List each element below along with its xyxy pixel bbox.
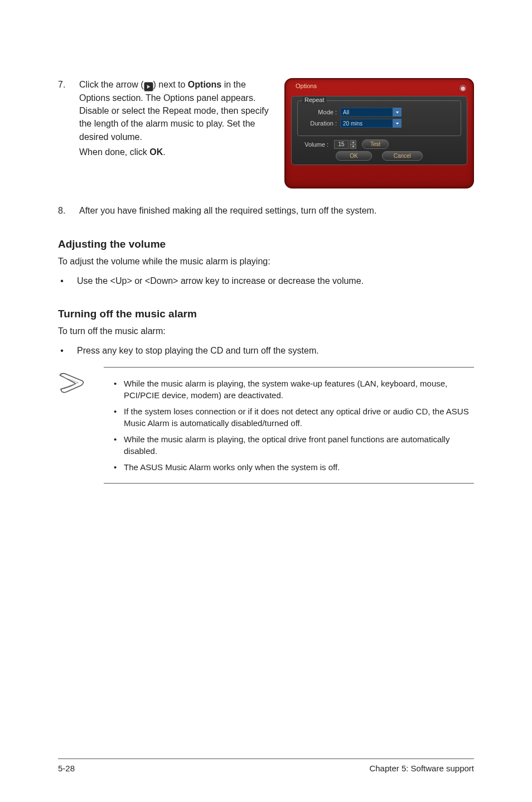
section-lead: To adjust the volume while the music ala… bbox=[58, 255, 474, 268]
bullet-icon: • bbox=[104, 378, 114, 401]
panel-title: Options bbox=[296, 83, 317, 89]
step-number: 7. bbox=[58, 78, 69, 189]
volume-value: 15 bbox=[334, 140, 349, 149]
section-heading: Turning off the music alarm bbox=[58, 308, 474, 320]
bullet-icon: • bbox=[58, 344, 66, 357]
note-text: While the music alarm is playing, the op… bbox=[124, 433, 474, 457]
step-number: 8. bbox=[58, 204, 69, 217]
section-lead: To turn off the music alarm: bbox=[58, 325, 474, 337]
chevron-down-icon[interactable] bbox=[393, 119, 402, 128]
spin-down-icon[interactable] bbox=[350, 144, 356, 149]
mode-value: All bbox=[343, 109, 349, 115]
ok-bold: OK bbox=[149, 147, 163, 157]
bullet-icon: • bbox=[104, 461, 114, 473]
text: . bbox=[163, 147, 165, 157]
expand-arrow-icon bbox=[144, 82, 153, 91]
mode-label: Mode : bbox=[304, 109, 337, 115]
bullet-icon: • bbox=[104, 405, 114, 429]
text: When done, click bbox=[79, 147, 149, 157]
step-text: Click the arrow () next to Options in th… bbox=[79, 78, 277, 189]
bullet-text: Press any key to stop playing the CD and… bbox=[77, 344, 319, 357]
ok-button[interactable]: OK bbox=[336, 151, 371, 161]
section-heading: Adjusting the volume bbox=[58, 238, 474, 250]
close-icon[interactable]: ⊗ bbox=[458, 84, 467, 93]
options-panel: Options ⊗ Repeat Mode : All Duration : 2… bbox=[284, 78, 474, 189]
page-number: 5-28 bbox=[58, 764, 75, 773]
volume-label: Volume : bbox=[301, 141, 328, 148]
chapter-label: Chapter 5: Software support bbox=[369, 764, 474, 773]
note-text: The ASUS Music Alarm works only when the… bbox=[124, 461, 340, 473]
step-text: After you have finished making all the r… bbox=[79, 204, 474, 217]
chevron-down-icon[interactable] bbox=[393, 108, 402, 117]
cancel-button[interactable]: Cancel bbox=[382, 151, 423, 161]
options-bold: Options bbox=[188, 80, 221, 89]
duration-select[interactable]: 20 mins bbox=[340, 119, 402, 128]
test-button[interactable]: Test bbox=[362, 139, 389, 149]
duration-value: 20 mins bbox=[343, 120, 362, 127]
text: Click the arrow ( bbox=[79, 80, 144, 89]
spin-up-icon[interactable] bbox=[350, 140, 356, 144]
text: ) next to bbox=[153, 80, 188, 89]
note-text: While the music alarm is playing, the sy… bbox=[124, 378, 474, 401]
mode-select[interactable]: All bbox=[340, 108, 402, 117]
bullet-icon: • bbox=[58, 274, 66, 287]
note-icon bbox=[58, 367, 88, 484]
repeat-legend: Repeat bbox=[302, 96, 326, 103]
note-body: •While the music alarm is playing, the s… bbox=[104, 367, 474, 484]
volume-stepper[interactable]: 15 bbox=[334, 140, 356, 149]
note-text: If the system loses connection or if it … bbox=[124, 405, 474, 429]
duration-label: Duration : bbox=[304, 120, 337, 127]
bullet-icon: • bbox=[104, 433, 114, 457]
bullet-text: Use the <Up> or <Down> arrow key to incr… bbox=[77, 274, 364, 287]
